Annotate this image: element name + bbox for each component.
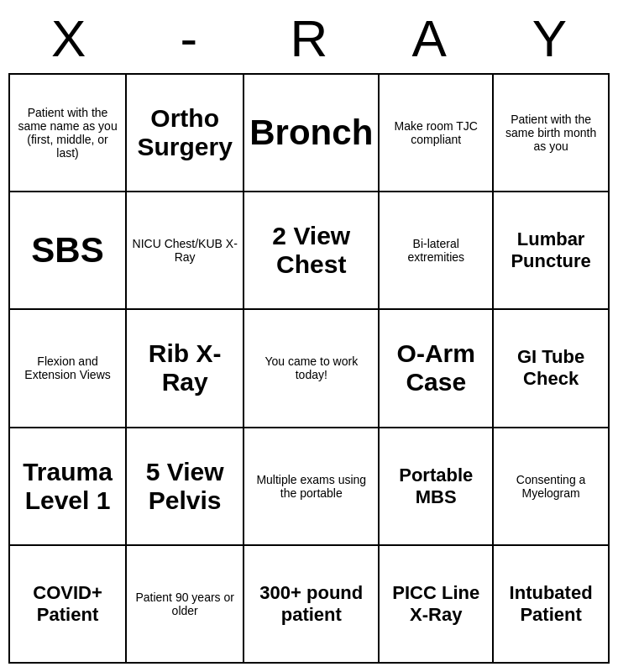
cell-1-2: 2 View Chest (244, 192, 379, 309)
cell-3-0: Trauma Level 1 (9, 428, 126, 545)
cell-4-4: Intubated Patient (493, 545, 609, 663)
cell-3-2: Multiple exams using the portable (244, 428, 379, 545)
cell-4-3: PICC Line X-Ray (379, 545, 493, 663)
cell-0-1: Ortho Surgery (126, 74, 244, 192)
cell-3-4: Consenting a Myelogram (493, 428, 609, 545)
cell-4-0: COVID+ Patient (9, 545, 126, 663)
cell-4-1: Patient 90 years or older (126, 545, 244, 663)
title-letter-3: A (369, 8, 490, 68)
title-letter-4: Y (490, 8, 610, 68)
cell-3-1: 5 View Pelvis (126, 428, 244, 545)
cell-2-3: O-Arm Case (379, 309, 493, 427)
cell-0-0: Patient with the same name as you (first… (9, 74, 126, 192)
cell-1-3: Bi-lateral extremities (379, 192, 493, 309)
cell-2-2: You came to work today! (244, 309, 379, 427)
title-row: X-RAY (8, 8, 610, 68)
cell-2-1: Rib X-Ray (126, 309, 244, 427)
cell-0-2: Bronch (244, 74, 379, 192)
title-letter-2: R (249, 8, 369, 68)
title-letter-1: - (128, 8, 249, 68)
cell-1-4: Lumbar Puncture (493, 192, 609, 309)
cell-2-0: Flexion and Extension Views (9, 309, 126, 427)
cell-3-3: Portable MBS (379, 428, 493, 545)
cell-4-2: 300+ pound patient (244, 545, 379, 663)
cell-1-0: SBS (9, 192, 126, 309)
cell-2-4: GI Tube Check (493, 309, 609, 427)
bingo-table: Patient with the same name as you (first… (8, 73, 610, 664)
cell-0-4: Patient with the same birth month as you (493, 74, 609, 192)
title-letter-0: X (8, 8, 128, 68)
cell-0-3: Make room TJC compliant (379, 74, 493, 192)
cell-1-1: NICU Chest/KUB X-Ray (126, 192, 244, 309)
